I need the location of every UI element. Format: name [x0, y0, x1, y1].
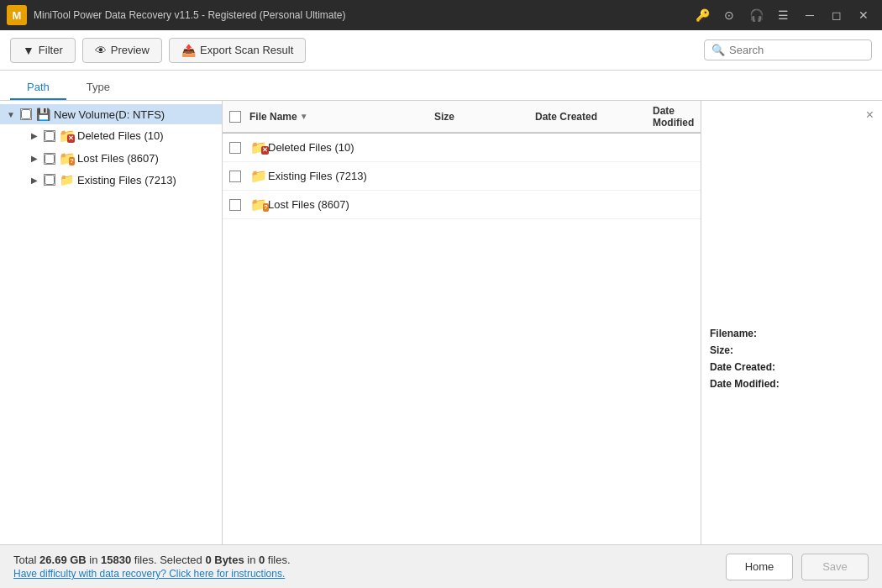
tree-toggle-root[interactable]: ▼	[5, 108, 17, 120]
search-input[interactable]	[729, 44, 864, 56]
export-icon: 📤	[181, 44, 196, 57]
checkbox-existing[interactable]	[45, 175, 55, 185]
preview-filename-row: Filename:	[710, 328, 874, 339]
preview-icon: 👁	[95, 44, 107, 57]
circle-icon[interactable]: ⊙	[721, 7, 738, 24]
th-date-modified[interactable]: Date Modified	[653, 105, 694, 129]
preview-button[interactable]: 👁 Preview	[82, 38, 162, 63]
home-button[interactable]: Home	[726, 554, 793, 580]
title-bar-icons: 🔑 ⊙ 🎧 ☰	[694, 7, 791, 24]
minimize-button[interactable]: ─	[798, 3, 822, 27]
status-text: Total 26.69 GB in 15830 files. Selected …	[13, 554, 726, 580]
table-header: File Name ▼ Size Date Created Date Modif…	[223, 101, 701, 133]
tree-checkbox-lost[interactable]	[44, 153, 55, 165]
row-checkbox-col	[229, 142, 249, 154]
table-row[interactable]: 📁 ✕ Deleted Files (10)	[223, 134, 701, 162]
th-filename[interactable]: File Name ▼	[249, 111, 434, 123]
row1-checkbox[interactable]	[229, 142, 241, 154]
right-panel: File Name ▼ Size Date Created Date Modif…	[223, 101, 882, 544]
preview-date-created-row: Date Created:	[710, 361, 874, 373]
tree-item-deleted[interactable]: ▶ 📁 ✕ Deleted Files (10)	[0, 124, 222, 147]
status-total-files: 15830	[101, 554, 131, 566]
status-selected-prefix: Selected	[157, 554, 206, 566]
tab-path[interactable]: Path	[10, 76, 66, 100]
row-checkbox-col	[229, 199, 249, 211]
menu-icon[interactable]: ☰	[774, 7, 791, 24]
title-bar: M MiniTool Power Data Recovery v11.5 - R…	[0, 0, 882, 30]
status-buttons: Home Save	[726, 554, 869, 580]
table-row[interactable]: 📁 ? Lost Files (8607)	[223, 191, 701, 219]
row1-folder-icon: 📁 ✕	[249, 139, 268, 155]
lost-folder-icon: 📁 ?	[59, 150, 74, 166]
tree-checkbox-root[interactable]	[20, 108, 32, 120]
drive-icon: 💾	[35, 108, 50, 121]
th-date-created[interactable]: Date Created	[535, 111, 653, 123]
close-button[interactable]: ✕	[852, 3, 875, 27]
preview-close-button[interactable]: ×	[866, 108, 874, 123]
save-button[interactable]: Save	[801, 554, 869, 580]
preview-filename-label: Filename:	[710, 328, 757, 339]
row-checkbox-col	[229, 171, 249, 182]
toolbar: ▼ Filter 👁 Preview 📤 Export Scan Result …	[0, 30, 882, 71]
tab-type[interactable]: Type	[70, 76, 127, 100]
date-modified-col-label: Date Modified	[653, 105, 694, 129]
content-area: ▼ 💾 New Volume(D: NTFS) ▶ 📁 ✕ Deleted Fi…	[0, 101, 882, 544]
svg-text:M: M	[13, 9, 22, 22]
preview-panel: × Filename: Size: Date Created: Date Mod…	[701, 101, 882, 544]
row2-filename: Existing Files (7213)	[268, 170, 434, 182]
header-checkbox[interactable]	[229, 111, 241, 123]
tree-checkbox-deleted[interactable]	[44, 130, 55, 142]
filter-button[interactable]: ▼ Filter	[10, 38, 76, 63]
headphone-icon[interactable]: 🎧	[748, 7, 764, 24]
preview-label: Preview	[111, 44, 150, 56]
tree-item-existing[interactable]: ▶ 📁 Existing Files (7213)	[0, 170, 222, 190]
tree-toggle-deleted[interactable]: ▶	[29, 130, 40, 142]
search-box[interactable]: 🔍	[704, 39, 872, 60]
preview-date-modified-label: Date Modified:	[710, 378, 780, 390]
preview-info: Filename: Size: Date Created: Date Modif…	[710, 328, 874, 395]
row1-filename: Deleted Files (10)	[268, 141, 434, 154]
row3-checkbox[interactable]	[229, 199, 241, 211]
deleted-folder-icon: 📁 ✕	[59, 128, 74, 144]
status-files-text2: files.	[265, 554, 290, 566]
key-icon[interactable]: 🔑	[694, 7, 711, 24]
preview-size-row: Size:	[710, 344, 874, 356]
help-link[interactable]: Have difficulty with data recovery? Clic…	[13, 568, 726, 580]
export-button[interactable]: 📤 Export Scan Result	[169, 38, 306, 63]
status-bar: Total 26.69 GB in 15830 files. Selected …	[0, 544, 882, 588]
app-logo: M	[7, 5, 27, 25]
preview-size-label: Size:	[710, 344, 733, 356]
row2-folder-icon: 📁	[249, 168, 268, 184]
status-selected-size: 0 Bytes	[205, 554, 244, 566]
row2-checkbox[interactable]	[229, 171, 241, 182]
tree-toggle-lost[interactable]: ▶	[29, 153, 40, 165]
file-list-panel: File Name ▼ Size Date Created Date Modif…	[223, 101, 701, 544]
row3-folder-icon: 📁 ?	[249, 197, 268, 213]
window-controls: ─ ◻ ✕	[798, 3, 875, 27]
left-panel-tree: ▼ 💾 New Volume(D: NTFS) ▶ 📁 ✕ Deleted Fi…	[0, 101, 223, 544]
checkbox-lost[interactable]	[45, 154, 55, 164]
tree-checkbox-existing[interactable]	[44, 174, 55, 186]
tree-root-item[interactable]: ▼ 💾 New Volume(D: NTFS)	[0, 104, 222, 124]
tree-toggle-existing[interactable]: ▶	[29, 174, 40, 186]
tree-root-label: New Volume(D: NTFS)	[54, 108, 165, 121]
file-rows: 📁 ✕ Deleted Files (10) 📁	[223, 134, 701, 544]
preview-date-modified-row: Date Modified:	[710, 378, 874, 390]
main-area: Path Type ▼ 💾 New Volume(D: NTFS) ▶	[0, 71, 882, 544]
th-checkbox-col	[229, 111, 249, 123]
status-in-text: in	[87, 554, 101, 566]
tabs-bar: Path Type	[0, 71, 882, 101]
th-size[interactable]: Size	[434, 111, 535, 123]
restore-button[interactable]: ◻	[825, 3, 848, 27]
tree-item-existing-label: Existing Files (7213)	[77, 174, 176, 186]
filename-col-label: File Name	[249, 111, 297, 123]
date-created-col-label: Date Created	[535, 111, 597, 123]
preview-date-created-label: Date Created:	[710, 361, 775, 373]
table-row[interactable]: 📁 Existing Files (7213)	[223, 162, 701, 191]
checkbox-root[interactable]	[21, 109, 31, 119]
tree-item-lost[interactable]: ▶ 📁 ? Lost Files (8607)	[0, 147, 222, 170]
filter-label: Filter	[39, 44, 63, 56]
checkbox-deleted[interactable]	[45, 131, 55, 141]
sort-arrow-icon: ▼	[300, 112, 308, 121]
existing-folder-icon: 📁	[59, 173, 74, 186]
